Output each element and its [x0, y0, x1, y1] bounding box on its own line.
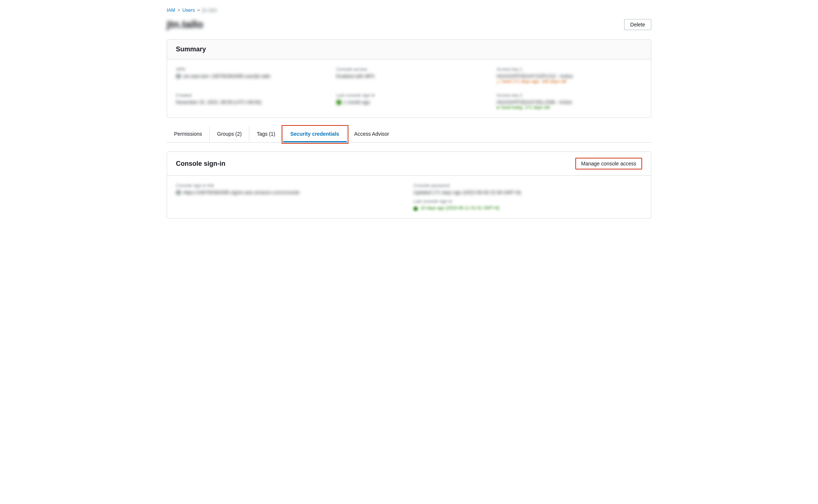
tab-permissions[interactable]: Permissions	[167, 127, 210, 142]
warning-icon: △	[496, 79, 500, 84]
breadcrumb-sep-1: >	[177, 7, 180, 13]
breadcrumb: IAM > Users > jtn.tallo	[167, 7, 651, 13]
console-signin-header: Console sign-in Manage console access	[167, 152, 651, 176]
console-signin-link-item: Console sign-in link △ https://190760381…	[176, 183, 405, 211]
summary-console-access-value: Enabled with MFA	[336, 73, 482, 79]
summary-card-body: ARN △ arn:aws:iam::190760381695:user/jtn…	[167, 59, 651, 117]
summary-console-access: Console access Enabled with MFA	[336, 67, 482, 84]
console-grid: Console sign-in link △ https://190760381…	[176, 183, 642, 211]
summary-arn: ARN △ arn:aws:iam::190760381695:user/jtn…	[176, 67, 322, 84]
console-signin-body: Console sign-in link △ https://190760381…	[167, 176, 651, 218]
summary-created: Created November 25, 2022, 08:59 (UTC+08…	[176, 93, 322, 110]
summary-access-key-2-sub: ● Used today, 171 days old	[496, 105, 642, 110]
link-icon: △	[176, 190, 181, 195]
tab-security-credentials[interactable]: Security credentials	[283, 127, 347, 142]
breadcrumb-sep-2: >	[197, 7, 200, 13]
console-signin-heading: Console sign-in	[176, 160, 225, 168]
breadcrumb-iam[interactable]: IAM	[167, 7, 175, 13]
signin-status-icon: ✓	[336, 100, 341, 105]
summary-heading: Summary	[176, 45, 642, 53]
summary-console-access-label: Console access	[336, 67, 482, 72]
arn-icon: △	[176, 74, 181, 79]
summary-created-label: Created	[176, 93, 322, 98]
summary-access-key-1-sub: △ Used 171 days ago, 185 days old	[496, 79, 642, 84]
summary-created-value: November 25, 2022, 08:59 (UTC+08:00)	[176, 99, 322, 105]
summary-last-signin: Last console sign-in ✓ 1 month ago	[336, 93, 482, 110]
tab-tags[interactable]: Tags (1)	[249, 127, 283, 142]
summary-access-key-1: Access key 1 AKIASXPFSDA4Y1GPVJ12 - Acti…	[496, 67, 642, 84]
breadcrumb-current: jtn.tallo	[202, 7, 217, 13]
summary-access-key-1-value: AKIASXPFSDA4Y1GPVJ12 - Active	[496, 73, 642, 79]
manage-console-access-button[interactable]: Manage console access	[575, 158, 642, 169]
summary-card: Summary ARN △ arn:aws:iam::190760381695:…	[167, 39, 651, 118]
signin-green-icon: ✓	[413, 207, 418, 211]
console-signin-card: Console sign-in Manage console access Co…	[167, 151, 651, 219]
summary-arn-label: ARN	[176, 67, 322, 72]
console-password-label: Console password	[413, 183, 642, 188]
tab-access-advisor[interactable]: Access Advisor	[347, 127, 397, 142]
breadcrumb-users[interactable]: Users	[182, 7, 195, 13]
summary-last-signin-label: Last console sign-in	[336, 93, 482, 98]
check-icon: ●	[496, 105, 499, 110]
console-password-item: Console password Updated 171 days ago (2…	[413, 183, 642, 211]
console-signin-link-value: △ https://190760381695.signin.aws.amazon…	[176, 190, 405, 195]
console-password-value: Updated 171 days ago (2022-06-08 22:46 G…	[413, 190, 642, 195]
summary-access-key-2: Access key 2 AKIASXPFSDA4Y3DLJX96 - Acti…	[496, 93, 642, 110]
last-console-signin-label: Last console sign-in	[413, 199, 642, 204]
summary-access-key-2-label: Access key 2	[496, 93, 642, 98]
summary-card-header: Summary	[167, 40, 651, 59]
console-signin-link-label: Console sign-in link	[176, 183, 405, 188]
summary-access-key-2-value: AKIASXPFSDA4Y3DLJX96 - Active	[496, 99, 642, 105]
summary-arn-value: △ arn:aws:iam::190760381695:user/jtn.tal…	[176, 73, 322, 79]
tabs-container: Permissions Groups (2) Tags (1) Security…	[167, 127, 651, 143]
summary-access-key-1-label: Access key 1	[496, 67, 642, 72]
page-header: jtn.tallo Delete	[167, 19, 651, 30]
last-console-signin-value: ✓ 10 days ago (2023-06-11 01:41 GMT+8)	[413, 205, 642, 211]
summary-last-signin-value: ✓ 1 month ago	[336, 99, 482, 105]
delete-button[interactable]: Delete	[624, 19, 651, 30]
summary-grid: ARN △ arn:aws:iam::190760381695:user/jtn…	[176, 67, 642, 110]
tab-groups[interactable]: Groups (2)	[210, 127, 249, 142]
page-title: jtn.tallo	[167, 19, 203, 30]
